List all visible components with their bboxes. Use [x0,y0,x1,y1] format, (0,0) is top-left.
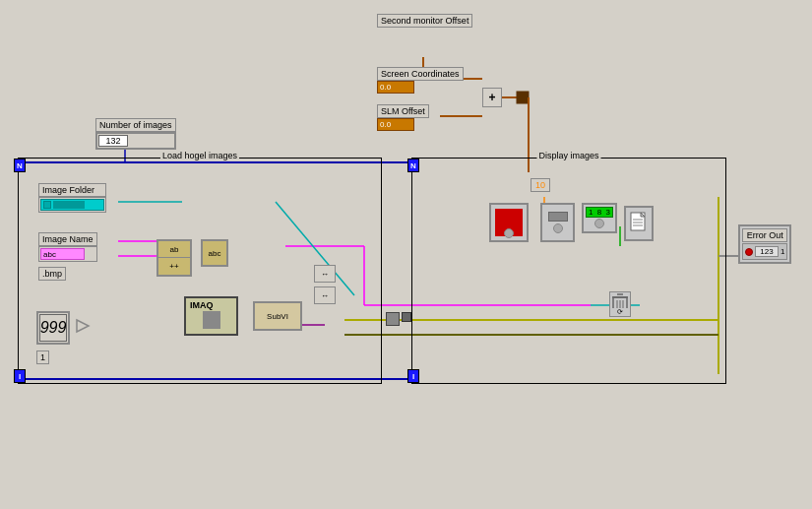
image-folder-control[interactable]: Image Folder [38,183,106,213]
string-process-node2[interactable]: abc [201,239,228,267]
number-of-images-control: Number of images 132 [95,118,176,150]
n-terminal-display[interactable]: N [407,159,419,172]
screen-coordinates-control[interactable]: Screen Coordinates 0.0 [377,67,464,94]
trash-bin-icon [611,292,629,308]
n-terminal-load[interactable]: N [14,159,26,172]
document-icon [629,212,649,235]
second-monitor-offset-label: Second monitor Offset [377,14,472,28]
slm-offset-control[interactable]: SLM Offset 0.0 [377,104,429,131]
imaq-block[interactable]: IMAQ [184,296,238,336]
loop-counter-10: 10 [531,178,550,192]
bmp-constant: .bmp [38,267,66,281]
i-terminal-display[interactable]: I [407,369,419,383]
svg-rect-4 [517,92,529,103]
image-display-1[interactable] [489,203,529,242]
svg-marker-28 [77,320,89,332]
i-terminal-load[interactable]: I [14,369,26,383]
add-node[interactable]: + [482,88,502,107]
for-loop-i-counter: 999 [36,311,70,345]
array-node-1[interactable]: ↔ [314,265,336,283]
subvi-block[interactable]: SubVI [253,301,302,331]
toggle-switch-1[interactable] [540,203,575,242]
error-out-cluster: Error Out 123 1 [738,224,791,264]
load-hogel-frame: Load hogel images N I Image Folder Image… [18,158,382,384]
play-icon [75,318,91,334]
block-diagram-canvas: Second monitor Offset Screen Coordinates… [0,0,812,509]
connection-tunnel-right [402,312,411,322]
trash-icon[interactable]: ⟳ [609,291,631,317]
string-concat-node[interactable]: ab ++ [156,239,192,277]
load-hogel-frame-label: Load hogel images [160,151,239,160]
file-icon-node[interactable] [624,206,654,241]
display-images-frame: Display images N I 10 1 8 3 [411,158,726,384]
play-node[interactable] [73,316,93,336]
display-images-frame-label: Display images [536,151,600,160]
numeric-const-1: 1 [36,350,49,364]
image-name-control[interactable]: Image Name abc [38,232,97,262]
array-node-2[interactable]: ↔ [314,286,336,304]
connection-tunnel-left [386,312,400,326]
green-display: 1 8 3 [582,203,617,233]
